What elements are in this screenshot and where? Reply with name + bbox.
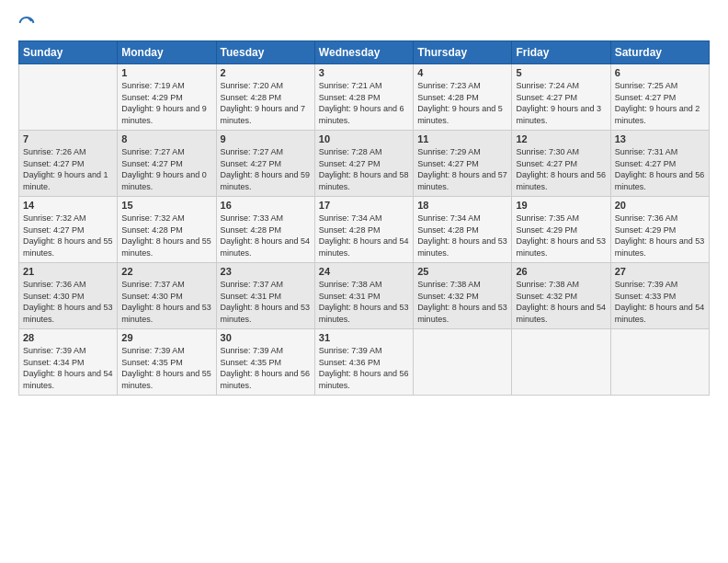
day-info: Sunrise: 7:38 AMSunset: 4:31 PMDaylight:… [319, 279, 409, 325]
day-cell: 21 Sunrise: 7:36 AMSunset: 4:30 PMDaylig… [19, 263, 118, 329]
day-cell: 14 Sunrise: 7:32 AMSunset: 4:27 PMDaylig… [19, 197, 118, 263]
header-cell-saturday: Saturday [610, 41, 709, 64]
day-info: Sunrise: 7:39 AMSunset: 4:36 PMDaylight:… [319, 345, 409, 391]
day-number: 27 [615, 266, 705, 277]
day-cell: 24 Sunrise: 7:38 AMSunset: 4:31 PMDaylig… [314, 263, 413, 329]
day-cell: 8 Sunrise: 7:27 AMSunset: 4:27 PMDayligh… [118, 131, 216, 197]
day-number: 8 [121, 133, 211, 144]
day-number: 4 [417, 67, 507, 78]
day-info: Sunrise: 7:32 AMSunset: 4:28 PMDaylight:… [121, 213, 211, 259]
day-number: 21 [23, 266, 113, 277]
header-cell-sunday: Sunday [19, 41, 118, 64]
day-cell [512, 329, 610, 396]
day-number: 30 [221, 332, 311, 343]
day-number: 22 [121, 266, 211, 277]
day-cell: 25 Sunrise: 7:38 AMSunset: 4:32 PMDaylig… [414, 263, 512, 329]
day-cell: 27 Sunrise: 7:39 AMSunset: 4:33 PMDaylig… [610, 263, 709, 329]
day-cell: 16 Sunrise: 7:33 AMSunset: 4:28 PMDaylig… [216, 197, 314, 263]
day-cell: 17 Sunrise: 7:34 AMSunset: 4:28 PMDaylig… [314, 197, 413, 263]
day-number: 25 [417, 266, 507, 277]
day-info: Sunrise: 7:28 AMSunset: 4:27 PMDaylight:… [319, 146, 409, 192]
day-cell: 23 Sunrise: 7:37 AMSunset: 4:31 PMDaylig… [216, 263, 314, 329]
day-number: 28 [23, 332, 113, 343]
day-cell: 19 Sunrise: 7:35 AMSunset: 4:29 PMDaylig… [512, 197, 610, 263]
day-info: Sunrise: 7:20 AMSunset: 4:28 PMDaylight:… [221, 80, 311, 126]
week-row-3: 21 Sunrise: 7:36 AMSunset: 4:30 PMDaylig… [19, 263, 710, 329]
day-cell: 4 Sunrise: 7:23 AMSunset: 4:28 PMDayligh… [414, 64, 512, 131]
day-cell: 3 Sunrise: 7:21 AMSunset: 4:28 PMDayligh… [314, 64, 413, 131]
day-info: Sunrise: 7:31 AMSunset: 4:27 PMDaylight:… [615, 146, 705, 192]
day-cell: 30 Sunrise: 7:39 AMSunset: 4:35 PMDaylig… [216, 329, 314, 396]
day-cell: 28 Sunrise: 7:39 AMSunset: 4:34 PMDaylig… [19, 329, 118, 396]
day-info: Sunrise: 7:27 AMSunset: 4:27 PMDaylight:… [121, 146, 211, 192]
day-info: Sunrise: 7:34 AMSunset: 4:28 PMDaylight:… [319, 213, 409, 259]
day-info: Sunrise: 7:37 AMSunset: 4:30 PMDaylight:… [121, 279, 211, 325]
header-cell-tuesday: Tuesday [216, 41, 314, 64]
day-info: Sunrise: 7:39 AMSunset: 4:34 PMDaylight:… [23, 345, 113, 391]
day-number: 23 [221, 266, 311, 277]
logo-icon [18, 15, 35, 31]
day-cell: 31 Sunrise: 7:39 AMSunset: 4:36 PMDaylig… [314, 329, 413, 396]
day-info: Sunrise: 7:25 AMSunset: 4:27 PMDaylight:… [615, 80, 705, 126]
day-info: Sunrise: 7:39 AMSunset: 4:35 PMDaylight:… [221, 345, 311, 391]
day-info: Sunrise: 7:19 AMSunset: 4:29 PMDaylight:… [121, 80, 211, 126]
day-cell: 5 Sunrise: 7:24 AMSunset: 4:27 PMDayligh… [512, 64, 610, 131]
day-cell: 10 Sunrise: 7:28 AMSunset: 4:27 PMDaylig… [314, 131, 413, 197]
day-cell [414, 329, 512, 396]
day-info: Sunrise: 7:35 AMSunset: 4:29 PMDaylight:… [516, 213, 606, 259]
day-number: 6 [615, 67, 705, 78]
day-number: 19 [516, 200, 606, 211]
day-cell: 22 Sunrise: 7:37 AMSunset: 4:30 PMDaylig… [118, 263, 216, 329]
header [18, 15, 710, 31]
day-number: 10 [319, 133, 409, 144]
day-number: 15 [121, 200, 211, 211]
day-cell: 15 Sunrise: 7:32 AMSunset: 4:28 PMDaylig… [118, 197, 216, 263]
day-info: Sunrise: 7:39 AMSunset: 4:33 PMDaylight:… [615, 279, 705, 325]
day-number: 29 [121, 332, 211, 343]
day-info: Sunrise: 7:33 AMSunset: 4:28 PMDaylight:… [221, 213, 311, 259]
day-number: 14 [23, 200, 113, 211]
day-number: 18 [417, 200, 507, 211]
day-info: Sunrise: 7:36 AMSunset: 4:30 PMDaylight:… [23, 279, 113, 325]
day-number: 2 [221, 67, 311, 78]
day-info: Sunrise: 7:24 AMSunset: 4:27 PMDaylight:… [516, 80, 606, 126]
header-cell-thursday: Thursday [414, 41, 512, 64]
day-number: 24 [319, 266, 409, 277]
day-info: Sunrise: 7:38 AMSunset: 4:32 PMDaylight:… [516, 279, 606, 325]
day-cell [19, 64, 118, 131]
day-info: Sunrise: 7:39 AMSunset: 4:35 PMDaylight:… [121, 345, 211, 391]
day-cell: 6 Sunrise: 7:25 AMSunset: 4:27 PMDayligh… [610, 64, 709, 131]
day-number: 9 [221, 133, 311, 144]
day-info: Sunrise: 7:27 AMSunset: 4:27 PMDaylight:… [221, 146, 311, 192]
week-row-1: 7 Sunrise: 7:26 AMSunset: 4:27 PMDayligh… [19, 131, 710, 197]
calendar-table: SundayMondayTuesdayWednesdayThursdayFrid… [18, 40, 710, 396]
day-number: 5 [516, 67, 606, 78]
day-info: Sunrise: 7:29 AMSunset: 4:27 PMDaylight:… [417, 146, 507, 192]
day-cell: 29 Sunrise: 7:39 AMSunset: 4:35 PMDaylig… [118, 329, 216, 396]
logo [18, 15, 39, 31]
day-info: Sunrise: 7:36 AMSunset: 4:29 PMDaylight:… [615, 213, 705, 259]
day-cell: 20 Sunrise: 7:36 AMSunset: 4:29 PMDaylig… [610, 197, 709, 263]
week-row-4: 28 Sunrise: 7:39 AMSunset: 4:34 PMDaylig… [19, 329, 710, 396]
day-number: 16 [221, 200, 311, 211]
day-number: 3 [319, 67, 409, 78]
day-info: Sunrise: 7:30 AMSunset: 4:27 PMDaylight:… [516, 146, 606, 192]
day-info: Sunrise: 7:38 AMSunset: 4:32 PMDaylight:… [417, 279, 507, 325]
day-cell: 9 Sunrise: 7:27 AMSunset: 4:27 PMDayligh… [216, 131, 314, 197]
day-number: 7 [23, 133, 113, 144]
week-row-2: 14 Sunrise: 7:32 AMSunset: 4:27 PMDaylig… [19, 197, 710, 263]
day-cell: 18 Sunrise: 7:34 AMSunset: 4:28 PMDaylig… [414, 197, 512, 263]
day-cell: 26 Sunrise: 7:38 AMSunset: 4:32 PMDaylig… [512, 263, 610, 329]
day-info: Sunrise: 7:37 AMSunset: 4:31 PMDaylight:… [221, 279, 311, 325]
day-number: 11 [417, 133, 507, 144]
day-number: 26 [516, 266, 606, 277]
header-cell-friday: Friday [512, 41, 610, 64]
day-info: Sunrise: 7:32 AMSunset: 4:27 PMDaylight:… [23, 213, 113, 259]
day-cell: 11 Sunrise: 7:29 AMSunset: 4:27 PMDaylig… [414, 131, 512, 197]
day-info: Sunrise: 7:26 AMSunset: 4:27 PMDaylight:… [23, 146, 113, 192]
day-info: Sunrise: 7:21 AMSunset: 4:28 PMDaylight:… [319, 80, 409, 126]
week-row-0: 1 Sunrise: 7:19 AMSunset: 4:29 PMDayligh… [19, 64, 710, 131]
day-info: Sunrise: 7:23 AMSunset: 4:28 PMDaylight:… [417, 80, 507, 126]
day-cell: 13 Sunrise: 7:31 AMSunset: 4:27 PMDaylig… [610, 131, 709, 197]
day-number: 20 [615, 200, 705, 211]
